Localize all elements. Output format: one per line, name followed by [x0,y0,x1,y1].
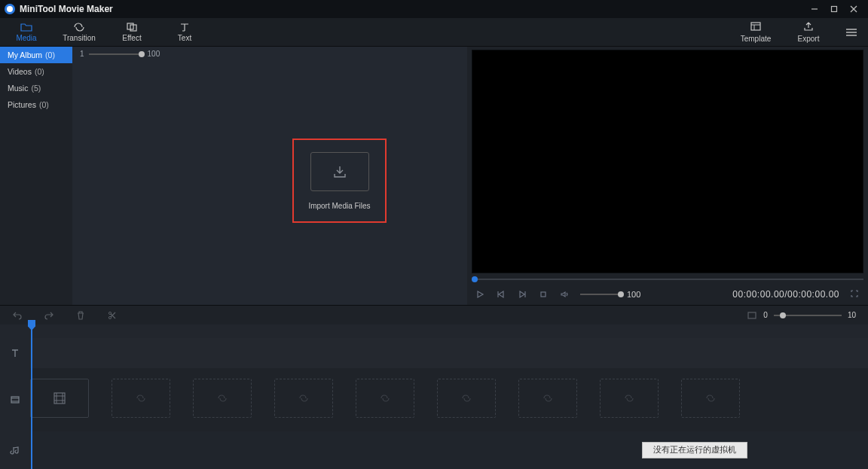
film-icon [52,391,67,406]
preview-scrubber[interactable] [472,276,863,282]
clip-placeholder[interactable] [681,379,740,418]
redo-button[interactable] [44,310,54,321]
clip-placeholder[interactable] [600,379,659,418]
clip-placeholder[interactable] [30,379,89,418]
transition-icon [73,22,85,32]
clip-placeholder[interactable] [274,379,333,418]
sidebar-item-pictures[interactable]: Pictures (0) [0,96,72,113]
preview-screen [472,50,863,273]
sidebar-item-count: (0) [35,67,44,76]
text-track-icon [0,338,30,368]
thumb-slider-max: 100 [148,50,160,58]
window-maximize-button[interactable] [824,0,844,18]
svg-rect-15 [748,312,756,318]
media-pane: 1 100 Import Media Files [72,47,467,305]
video-track-icon [0,368,30,431]
svg-rect-6 [751,23,760,30]
next-frame-button[interactable] [517,289,527,300]
import-icon [332,163,348,180]
sidebar-item-label: Pictures [8,100,36,109]
timeline-ruler[interactable] [30,324,868,338]
preview-panel: 100 00:00:00.00/00:00:00.00 [467,47,868,305]
thumb-slider-min: 1 [80,50,84,58]
sidebar-item-videos[interactable]: Videos (0) [0,63,72,80]
timeline: 没有正在运行的虚拟机 [0,324,868,469]
sidebar-item-label: Music [8,84,28,93]
audio-track-icon [0,431,30,469]
transition-placeholder-icon [135,392,147,404]
prev-frame-button[interactable] [496,289,506,300]
split-button[interactable] [107,310,118,321]
folder-icon [20,22,32,32]
import-label: Import Media Files [308,202,370,210]
template-label: Template [741,35,772,43]
transition-placeholder-icon [216,392,228,404]
hamburger-icon [845,27,858,38]
app-title: MiniTool Movie Maker [20,4,113,14]
tab-label: Text [178,34,191,42]
thumbnail-size-slider[interactable]: 1 100 [80,50,160,58]
tab-text[interactable]: Text [158,18,211,46]
text-icon [179,22,191,32]
transition-placeholder-icon [623,392,635,404]
sidebar-item-label: Videos [8,67,32,76]
zoom-min: 0 [763,311,768,319]
sidebar-item-count: (0) [39,100,49,109]
media-sidebar: My Album (0) Videos (0) Music (5) Pictur… [0,47,72,305]
clip-placeholder[interactable] [518,379,577,418]
app-logo-icon [5,4,15,14]
transition-placeholder-icon [542,392,554,404]
clip-placeholder[interactable] [437,379,496,418]
fullscreen-button[interactable] [850,289,860,300]
svg-rect-19 [54,393,65,404]
svg-rect-16 [11,397,19,403]
sidebar-item-my-album[interactable]: My Album (0) [0,47,72,63]
import-media-button[interactable] [310,152,369,191]
tab-label: Transition [63,34,96,42]
timeline-toolbar: 0 10 [0,305,868,324]
clip-placeholder[interactable] [193,379,252,418]
export-button[interactable]: Export [782,18,835,46]
volume-slider[interactable]: 100 [580,290,640,299]
clip-placeholder[interactable] [356,379,414,418]
preview-timecode: 00:00:00.00/00:00:00.00 [732,289,839,300]
zoom-slider[interactable] [774,315,842,316]
volume-icon[interactable] [559,289,570,300]
export-label: Export [798,35,820,43]
zoom-max: 10 [848,311,856,319]
transition-placeholder-icon [379,392,391,404]
preview-controls: 100 00:00:00.00/00:00:00.00 [472,284,863,305]
template-icon [750,21,762,33]
main-toolbar: Media Transition Effect Text Template Ex… [0,18,868,47]
tab-label: Media [16,34,36,42]
fit-zoom-button[interactable] [747,310,757,321]
window-close-button[interactable] [844,0,863,18]
effect-icon [126,22,138,32]
export-icon [802,21,815,33]
sidebar-item-count: (5) [31,84,41,93]
tab-transition[interactable]: Transition [53,18,105,46]
clip-placeholder[interactable] [112,379,170,418]
title-bar: MiniTool Movie Maker [0,0,868,18]
undo-button[interactable] [12,310,23,321]
svg-rect-1 [832,7,837,12]
stop-button[interactable] [538,289,549,300]
sidebar-item-count: (0) [45,50,55,59]
template-button[interactable]: Template [729,18,782,46]
play-button[interactable] [475,289,485,300]
sidebar-item-music[interactable]: Music (5) [0,80,72,96]
tab-media[interactable]: Media [0,18,53,46]
transition-placeholder-icon [460,392,472,404]
video-track[interactable] [30,368,868,431]
transition-placeholder-icon [298,392,310,404]
delete-button[interactable] [75,310,86,321]
system-tooltip: 没有正在运行的虚拟机 [642,442,747,458]
volume-value: 100 [627,290,640,299]
text-track[interactable] [30,338,868,368]
window-minimize-button[interactable] [805,0,824,18]
tab-effect[interactable]: Effect [105,18,158,46]
import-highlight: Import Media Files [292,139,387,223]
transition-placeholder-icon [704,392,717,404]
menu-button[interactable] [835,18,868,46]
tab-label: Effect [122,34,141,42]
